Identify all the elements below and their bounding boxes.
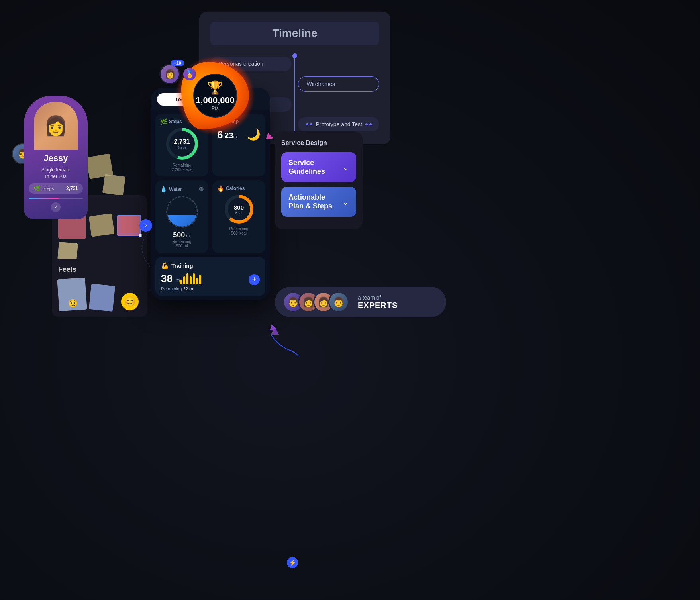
steps-ring-unit: Steps (174, 145, 190, 149)
trophy-circle: 🏆 1,000,000 Pts (193, 74, 237, 118)
persona-steps-row: 🌿 Steps 2,731 (29, 183, 83, 194)
water-icon: 💧 (160, 186, 167, 192)
avatar-wrapper: 👩 +10 (159, 64, 180, 84)
cal-unit: Kcal (234, 211, 244, 215)
persona-description: Single femaleIn her 20s (41, 167, 71, 180)
training-title: Training (171, 263, 193, 269)
training-unit: m (176, 277, 180, 283)
tbar-1 (180, 280, 182, 284)
cal-remaining-value: 500 Kcal (217, 231, 261, 235)
proto-dots-right (365, 123, 372, 125)
tbar-4 (190, 276, 192, 284)
training-remaining: Remaining 22 m (161, 286, 260, 291)
feels-title: Feels (58, 265, 141, 274)
steps-bar-fill (29, 198, 59, 199)
tbar-2 (183, 276, 185, 284)
service-guidelines-chevron: ⌄ (342, 163, 349, 172)
training-icon: 💪 (161, 262, 169, 269)
tbar-7 (199, 275, 201, 284)
proto-dot (365, 123, 368, 125)
trophy-icon: 🏆 (207, 80, 223, 95)
blue-arrow-circle: › (139, 219, 152, 232)
water-gauge (166, 196, 198, 228)
feels-panel: Feels 😟 😊 (52, 259, 147, 317)
timeline-dot (292, 53, 297, 58)
water-fill (167, 215, 197, 227)
cal-ring: 800 Kcal (225, 195, 253, 224)
steps-icon: 🌿 (33, 185, 40, 192)
expert-avatar-4: 👨 (328, 292, 349, 312)
badge-icon: 🏅 (183, 68, 196, 80)
timeline-line (294, 57, 295, 131)
training-value: 38 (161, 273, 173, 285)
calories-card: 🔥 Calories 800 Kcal Remaining 500 Kcal (212, 180, 265, 253)
badge-plus10: +10 (171, 60, 184, 66)
proto-dots (306, 123, 312, 125)
tbar-6 (196, 278, 198, 284)
cal-remaining: Remaining (217, 227, 261, 231)
persona-check: ✓ (51, 202, 61, 212)
steps-label: Steps (43, 186, 54, 191)
expert-text: a team of EXPERTS (358, 294, 398, 310)
steps-progress-bar (29, 198, 83, 199)
expert-bold: EXPERTS (358, 301, 398, 310)
steps-value: 2,731 (66, 186, 78, 191)
steps-icon: 🌿 (160, 118, 167, 125)
sticky-selected (117, 215, 141, 236)
timeline-item-prototype: Prototype and Test (298, 117, 379, 131)
persona-card: 👩 Jessy Single femaleIn her 20s 🌿 Steps … (24, 96, 88, 219)
prototype-box: Prototype and Test (298, 117, 379, 131)
actionable-plan-label: ActionablePlan & Steps (288, 193, 332, 210)
proto-dot (369, 123, 372, 125)
tbar-3 (186, 273, 188, 284)
timeline-item-wireframes: Wireframes (298, 76, 379, 92)
water-card: 💧 Water ⊕ 500 ml Remaining 500 ml (155, 180, 208, 253)
feels-stickies: 😟 😊 (58, 278, 141, 310)
achievement-area: 👩 +10 🏅 (159, 64, 196, 84)
cal-ring-inner: 800 Kcal (234, 204, 244, 215)
service-guidelines-button[interactable]: ServiceGuidelines ⌄ (281, 152, 356, 182)
feels-emoji: 😊 (121, 293, 139, 310)
training-header: 💪 Training (161, 262, 260, 269)
training-row: 38 m + (161, 273, 260, 286)
proto-dot (306, 123, 308, 125)
floating-sticky-2 (102, 174, 125, 196)
training-card: 💪 Training 38 m + (155, 257, 265, 296)
feels-sticky-blue (89, 284, 115, 312)
corner-handle (139, 234, 142, 237)
actionable-plan-chevron: ⌄ (342, 197, 349, 207)
water-remaining: Remaining 500 ml (160, 239, 204, 248)
tbar-5 (193, 273, 195, 284)
proto-dot (310, 123, 312, 125)
expert-avatars: 👨 👩 👩 👨 (283, 292, 349, 312)
trophy-pts-label: Pts (212, 106, 218, 111)
service-design-panel: Service Design ServiceGuidelines ⌄ Actio… (275, 131, 363, 229)
does-sticky-notes (58, 215, 141, 260)
wireframes-box: Wireframes (298, 76, 379, 92)
service-design-title: Service Design (281, 139, 356, 147)
persona-photo: 👩 (34, 102, 78, 150)
experts-bar: 👨 👩 👩 👨 a team of EXPERTS (275, 287, 446, 317)
water-settings-icon[interactable]: ⊕ (198, 185, 204, 193)
user-avatar-small: 👩 (159, 64, 180, 84)
water-card-title: 💧 Water ⊕ (160, 185, 204, 193)
lightning-icon: ⚡ (287, 557, 298, 568)
training-bars (180, 273, 201, 284)
training-time-display: 38 m (161, 273, 180, 285)
persona-name: Jessy (43, 153, 68, 163)
add-training-button[interactable]: + (249, 274, 260, 285)
timeline-title: Timeline (210, 22, 379, 45)
service-guidelines-label: ServiceGuidelines (288, 159, 325, 176)
cal-card-title: 🔥 Calories (217, 185, 261, 192)
sticky-tan-1 (89, 213, 115, 237)
trophy-points: 1,000,000 (196, 95, 235, 106)
actionable-plan-button[interactable]: ActionablePlan & Steps ⌄ (281, 187, 356, 217)
cal-value: 800 (234, 204, 244, 211)
sticky-tan-2 (57, 242, 78, 261)
expert-label: a team of (358, 294, 398, 301)
calories-icon: 🔥 (217, 185, 224, 192)
feels-sticky-sad: 😟 (57, 278, 87, 312)
steps-remaining: Remaining 2,269 steps (160, 163, 204, 172)
water-value: 500 ml (160, 231, 204, 239)
steps-ring-inner: 2,731 Steps (174, 138, 190, 149)
